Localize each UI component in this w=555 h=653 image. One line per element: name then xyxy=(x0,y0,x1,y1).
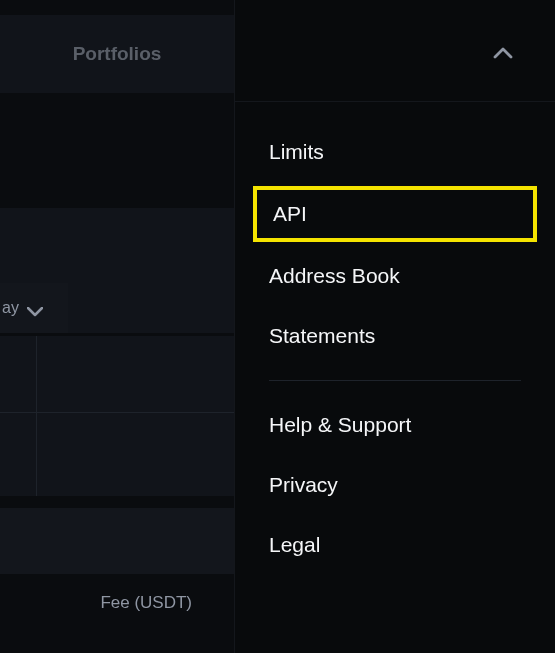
menu-item-label: Help & Support xyxy=(269,413,411,436)
menu-item-limits[interactable]: Limits xyxy=(269,122,521,182)
table-vertical-divider xyxy=(36,336,37,496)
chevron-down-icon xyxy=(27,303,43,313)
menu-item-address-book[interactable]: Address Book xyxy=(269,246,521,306)
content-band-3 xyxy=(0,508,234,574)
tab-portfolios-label: Portfolios xyxy=(73,43,162,65)
menu-item-label: API xyxy=(273,202,307,225)
menu-item-label: Legal xyxy=(269,533,320,556)
menu-item-help-support[interactable]: Help & Support xyxy=(269,395,521,455)
menu-item-label: Privacy xyxy=(269,473,338,496)
side-panel-menu: Limits API Address Book Statements Help … xyxy=(235,102,555,575)
fee-label: Fee (USDT) xyxy=(0,593,192,613)
chevron-up-icon xyxy=(493,45,513,57)
table-horizontal-divider xyxy=(0,412,234,413)
dropdown-partial-text: ay xyxy=(2,299,19,317)
menu-item-label: Limits xyxy=(269,140,324,163)
menu-item-label: Address Book xyxy=(269,264,400,287)
side-panel-header[interactable] xyxy=(235,0,555,102)
side-panel: Limits API Address Book Statements Help … xyxy=(234,0,555,653)
menu-item-api[interactable]: API xyxy=(253,186,537,242)
menu-item-privacy[interactable]: Privacy xyxy=(269,455,521,515)
menu-divider xyxy=(269,380,521,381)
tab-portfolios[interactable]: Portfolios xyxy=(0,15,234,93)
menu-item-statements[interactable]: Statements xyxy=(269,306,521,366)
dropdown-partial[interactable]: ay xyxy=(0,283,68,333)
menu-item-legal[interactable]: Legal xyxy=(269,515,521,575)
menu-item-label: Statements xyxy=(269,324,375,347)
main-area: Portfolios ay Fee (USDT) xyxy=(0,0,234,653)
